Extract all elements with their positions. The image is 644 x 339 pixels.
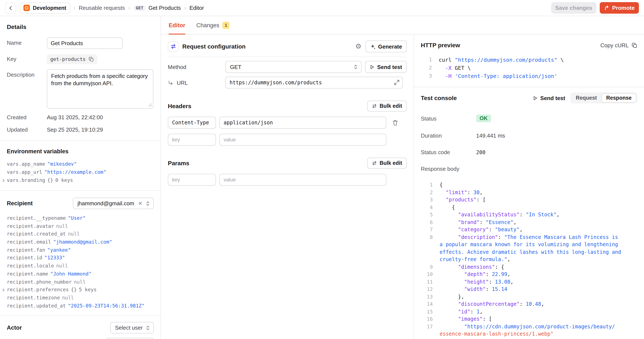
breadcrumb-separator: › bbox=[184, 5, 186, 11]
promote-button[interactable]: Promote bbox=[600, 2, 639, 14]
gear-icon[interactable]: ⚙ bbox=[356, 43, 362, 50]
headers-header: Headers Bulk edit bbox=[168, 100, 407, 112]
expand-chevron-icon[interactable] bbox=[2, 288, 5, 292]
variable-row: recipient.email"jhammond@gmail.com" bbox=[7, 238, 154, 246]
line-number: 17 bbox=[421, 323, 433, 330]
header-key-input[interactable] bbox=[168, 134, 216, 146]
params-bulk-edit-button[interactable]: Bulk edit bbox=[367, 158, 407, 169]
chevron-left-icon bbox=[8, 5, 14, 11]
promote-label: Promote bbox=[612, 5, 635, 11]
code-line: cruelty-free formula.", bbox=[421, 256, 637, 264]
variable-name: recipient.created_at bbox=[7, 230, 66, 238]
variable-row: vars.branding{}0 keys bbox=[7, 176, 154, 184]
tab-changes[interactable]: Changes 1 bbox=[196, 16, 230, 34]
headers-bulk-edit-button[interactable]: Bulk edit bbox=[367, 100, 407, 112]
url-label-group: URL bbox=[168, 80, 225, 86]
params-title: Params bbox=[168, 160, 189, 166]
test-console-header: Test console Send test Request Response bbox=[421, 92, 637, 104]
code-text: "https://cdn.dummyjson.com/product-image… bbox=[440, 323, 615, 330]
response-body-label: Response body bbox=[421, 166, 476, 172]
code-text: "id": 1, bbox=[440, 308, 482, 316]
actor-select[interactable]: Select user bbox=[110, 322, 154, 334]
corner-down-right-icon bbox=[168, 80, 173, 86]
http-preview-panel: HTTP preview Copy cURL 1curl "https://du… bbox=[414, 34, 644, 339]
environment-icon bbox=[24, 5, 30, 11]
environment-switcher[interactable]: Development bbox=[20, 2, 70, 14]
console-send-test-button[interactable]: Send test bbox=[533, 95, 565, 101]
code-text: essence-mascara-lash-princess/1.webp" bbox=[440, 330, 554, 338]
details-sidebar: Details Name Key get-products Descriptio… bbox=[0, 16, 161, 339]
bulk-edit-icon bbox=[372, 160, 377, 166]
created-value: Aug 31 2025, 22:42:00 bbox=[47, 114, 103, 122]
code-line: 9 "dimensions": { bbox=[421, 264, 637, 271]
generate-button[interactable]: Generate bbox=[365, 40, 407, 52]
back-button[interactable] bbox=[5, 2, 16, 14]
description-textarea[interactable]: Fetch products from a specific category … bbox=[47, 70, 153, 108]
header-row bbox=[168, 117, 407, 128]
divider bbox=[0, 316, 160, 316]
breadcrumb-reusable-requests[interactable]: Reusable requests bbox=[79, 5, 125, 11]
method-row: Method GET Send test bbox=[168, 61, 407, 73]
send-test-label: Send test bbox=[377, 64, 402, 70]
variable-value: "12333" bbox=[44, 254, 65, 262]
recipient-select[interactable]: jhammond@gmail.com bbox=[73, 198, 154, 209]
expand-icon[interactable] bbox=[394, 80, 400, 85]
code-line: 5 "availabilityStatus": "In Stock", bbox=[421, 211, 637, 219]
updated-row: Updated Sep 25 2025, 19:10:29 bbox=[7, 126, 154, 134]
status-row: Status OK bbox=[421, 114, 637, 122]
param-value-input[interactable] bbox=[219, 174, 386, 186]
copy-curl-button[interactable]: Copy cURL bbox=[600, 42, 637, 48]
breadcrumb-request[interactable]: GET Get Products bbox=[134, 5, 181, 11]
code-line: effects. Achieve dramatic lashes with th… bbox=[421, 248, 637, 256]
variable-value: "John Hammond" bbox=[50, 270, 92, 278]
expand-chevron-icon[interactable] bbox=[2, 179, 5, 182]
code-line: 14 "discountPercentage": 10.48, bbox=[421, 301, 637, 308]
code-text: "availabilityStatus": "In Stock", bbox=[440, 211, 560, 219]
code-text: "width": 15.14 bbox=[440, 286, 507, 293]
response-tab[interactable]: Response bbox=[602, 93, 636, 103]
send-test-button[interactable]: Send test bbox=[365, 61, 407, 73]
tenant-select[interactable]: Select tenant bbox=[106, 338, 154, 339]
variable-name: vars.branding bbox=[7, 176, 45, 184]
clear-recipient-icon[interactable] bbox=[138, 201, 143, 206]
line-number: 3 bbox=[421, 72, 432, 80]
code-text: "height": 13.08, bbox=[440, 278, 514, 286]
variable-name: recipient.name bbox=[7, 270, 48, 278]
variable-keys-count: 0 keys bbox=[55, 176, 73, 184]
code-text: cruelty-free formula.", bbox=[440, 256, 510, 264]
environment-variables-list: vars.app_name"mikesdev"vars.app_url"http… bbox=[7, 160, 154, 184]
app-root: Development › Reusable requests › GET Ge… bbox=[0, 0, 644, 339]
code-line: 3 -H 'Content-Type: application/json' bbox=[421, 72, 637, 80]
url-input[interactable] bbox=[225, 77, 403, 88]
method-select[interactable]: GET bbox=[225, 61, 362, 73]
code-line: 4 { bbox=[421, 204, 637, 211]
header-value-input[interactable] bbox=[219, 117, 386, 128]
resize-handle-icon[interactable] bbox=[148, 103, 152, 107]
header-key-input[interactable] bbox=[168, 117, 216, 128]
save-changes-button[interactable]: Save changes bbox=[551, 2, 596, 14]
code-line: 12 "width": 15.14 bbox=[421, 286, 637, 293]
code-text: a popular mascara known for its volumizi… bbox=[440, 241, 618, 248]
request-tab[interactable]: Request bbox=[571, 93, 602, 103]
trash-icon[interactable] bbox=[392, 120, 398, 126]
breadcrumb-editor: Editor bbox=[190, 5, 204, 11]
line-number: 13 bbox=[421, 293, 433, 301]
variable-row: recipient.phone_numbernull bbox=[7, 278, 154, 286]
code-line: 2 -X GET \ bbox=[421, 64, 637, 72]
tab-editor[interactable]: Editor bbox=[169, 16, 185, 34]
headers-section: Headers Bulk edit bbox=[168, 100, 407, 146]
swap-arrows-icon bbox=[168, 41, 178, 52]
actor-title: Actor bbox=[7, 324, 22, 332]
request-name: Get Products bbox=[148, 5, 181, 11]
tab-changes-label: Changes bbox=[196, 22, 219, 28]
code-line: 7 "category": "beauty", bbox=[421, 226, 637, 234]
line-number: 11 bbox=[421, 278, 433, 286]
key-field-row: Key get-products bbox=[7, 54, 154, 64]
created-label: Created bbox=[7, 114, 47, 122]
variable-row: vars.app_url"https://example.com" bbox=[7, 168, 154, 176]
code-text: effects. Achieve dramatic lashes with th… bbox=[440, 248, 621, 256]
param-key-input[interactable] bbox=[168, 174, 216, 186]
name-input[interactable] bbox=[47, 38, 123, 49]
copy-key-icon[interactable] bbox=[88, 57, 94, 62]
header-value-input[interactable] bbox=[219, 134, 386, 146]
